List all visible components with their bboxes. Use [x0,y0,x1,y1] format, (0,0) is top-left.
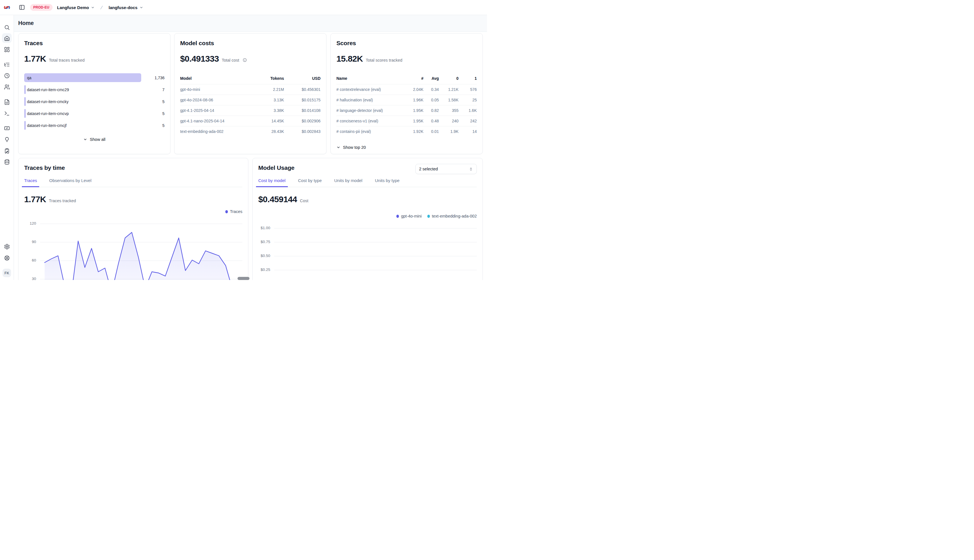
table-cell: 2.04K [404,84,423,95]
show-all-button[interactable]: Show all [83,137,105,142]
user-avatar[interactable]: FK [3,268,11,277]
legend-dot-icon [225,210,228,213]
bar-value: 1,736 [149,75,164,80]
bar-label: dataset-run-item-cmc29 [27,87,69,92]
page-header: Home [13,15,487,32]
traces-by-time-tabs: TracesObservations by Level [24,178,242,187]
tab-units-by-type[interactable]: Units by type [373,178,402,187]
sidebar-toggle-button[interactable] [18,4,25,11]
tab-cost-by-type[interactable]: Cost by type [296,178,324,187]
chevron-down-icon [140,6,143,9]
model-usage-card: Model Usage 2 selected Cost by modelCost… [252,158,483,280]
table-cell: gpt-4.1-2025-04-14 [180,105,250,116]
table-row: gpt-4o-2024-08-063.13K$0.015175 [180,95,321,105]
y-axis-labels: 120906030 [24,215,40,280]
column-header: 0 [439,76,459,84]
model-costs-card-title: Model costs [180,40,321,47]
sidebar-item-llm-as-a-judge[interactable] [2,135,12,144]
model-selector[interactable]: 2 selected [415,164,477,174]
sidebar-item-users[interactable] [2,82,12,92]
clipboard-pen-icon [4,148,10,154]
chevron-down-icon [336,145,341,149]
table-row: text-embedding-ada-00228.43K$0.002843 [180,127,321,137]
bar-label: qa [27,75,32,80]
y-tick-label: 30 [32,277,36,280]
org-switcher[interactable]: Langfuse Demo [57,5,95,10]
table-cell: 1.6K [459,105,477,116]
y-axis-labels: $1.00$0.75$0.50$0.25 [258,220,274,280]
langfuse-logo-icon [4,4,10,11]
table-cell: 0.48 [423,116,439,127]
traces-chart: 120906030 [24,215,242,280]
sidebar-item-sessions[interactable] [2,71,12,80]
clock-icon [4,73,10,79]
project-switcher[interactable]: langfuse-docs [109,5,143,10]
legend-item: Traces [225,209,242,214]
table-row: # language-detector (eval)1.95K0.823551.… [336,105,477,116]
table-cell: # conciseness-v1 (eval) [336,116,404,127]
sidebar-item-playground[interactable] [2,108,12,118]
sidebar-item-support[interactable] [2,253,12,263]
table-cell: 1.9K [439,127,459,137]
sidebar-item-datasets[interactable] [2,157,12,167]
show-top-20-button[interactable]: Show top 20 [336,145,366,150]
bar-list-row: dataset-run-item-cmcvp5 [24,109,164,118]
sidebar-item-settings[interactable] [2,242,12,251]
traces-card: Traces 1.77K Total traces tracked qa1,73… [18,33,170,154]
tab-cost-by-model[interactable]: Cost by model [256,178,288,187]
tab-observations-by-level[interactable]: Observations by Level [47,178,94,187]
tab-units-by-model[interactable]: Units by model [332,178,364,187]
model-costs-card: Model costs $0.491333 Total cost ModelTo… [174,33,326,154]
scores-card-title: Scores [336,40,477,47]
tab-traces[interactable]: Traces [22,178,39,187]
bar-value: 5 [149,123,164,128]
traces-by-time-metric: 1.77K Traces tracked [24,195,242,204]
traces-chart-legend: Traces [24,209,242,214]
percent-card-icon [4,125,10,131]
sidebar-item-search[interactable] [2,22,12,32]
column-header: Model [180,76,250,84]
horizontal-scrollbar-thumb[interactable] [237,277,249,280]
table-cell: gpt-4o-2024-08-06 [180,95,250,105]
table-cell: 355 [439,105,459,116]
model-usage-tabs: Cost by modelCost by typeUnits by modelU… [258,178,477,187]
langfuse-logo[interactable] [0,4,13,11]
sidebar-item-prompts[interactable] [2,97,12,107]
y-tick-label: 120 [30,221,36,225]
table-row: # contains-pii (eval)1.92K0.011.9K14 [336,127,477,137]
sidebar-item-home[interactable] [2,33,12,43]
table-cell: # hallucination (eval) [336,95,404,105]
table-cell: $0.015175 [284,95,321,105]
model-costs-table: ModelTokensUSDgpt-4o-mini2.21M$0.456301g… [180,76,321,137]
legend-dot-icon [396,215,399,218]
table-cell: $0.002906 [284,116,321,127]
column-header: # [404,76,423,84]
legend-dot-icon [427,215,430,218]
column-header: USD [284,76,321,84]
sidebar-item-annotation[interactable] [2,146,12,156]
y-tick-label: $0.75 [261,240,270,244]
file-code-icon [4,99,10,105]
sidebar-item-dashboards[interactable] [2,45,12,54]
lifebuoy-icon [4,255,10,261]
info-icon[interactable] [243,58,247,62]
y-tick-label: $0.50 [261,253,270,258]
bar-value: 7 [149,87,164,92]
sidebar-item-evaluators[interactable] [2,123,12,133]
model-usage-chart-legend: gpt-4o-minitext-embedding-ada-002 [258,214,477,218]
scores-metric: 15.82K Total scores tracked [336,54,477,63]
chevron-down-icon [83,137,87,142]
table-cell: # language-detector (eval) [336,105,404,116]
table-cell: 0.01 [423,127,439,137]
langfuse-home-page: PROD-EU Langfuse Demo langfuse-docs [0,0,487,280]
table-cell: 0.82 [423,105,439,116]
traces-metric: 1.77K Total traces tracked [24,54,164,63]
y-tick-label: $1.00 [261,226,270,230]
table-header-row: ModelTokensUSD [180,76,321,84]
slash-icon [99,5,104,10]
table-cell: 1.95K [404,105,423,116]
bar [24,121,26,130]
table-cell: 1.95K [404,116,423,127]
sidebar-item-tracing[interactable] [2,60,12,69]
model-usage-line-chart [274,220,477,280]
